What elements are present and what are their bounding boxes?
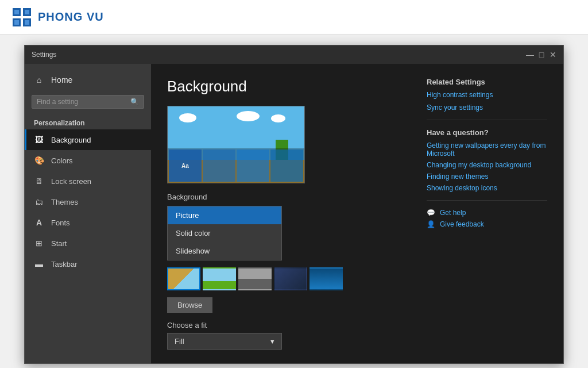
sidebar-item-lock-screen-label: Lock screen [51,177,91,186]
window-content: ⌂ Home 🔍 Personalization 🖼 Background 🎨 … [25,64,563,363]
sidebar-item-home[interactable]: ⌂ Home [25,70,151,90]
minimize-button[interactable]: — [527,51,533,58]
title-bar-controls: — □ ✕ [527,51,556,58]
start-icon: ⊞ [34,239,44,248]
preview-tile-3 [237,150,269,182]
dropdown-option-solid-color[interactable]: Solid color [168,224,281,242]
thumb-5[interactable] [310,267,343,290]
sidebar-item-themes[interactable]: 🗂 Themes [25,191,151,212]
sidebar-item-taskbar[interactable]: ▬ Taskbar [25,254,151,274]
have-a-question-title: Have a question? [427,128,547,137]
preview-cloud-3 [271,114,285,122]
preview-tile-2 [203,150,235,182]
sidebar-item-fonts-label: Fonts [51,218,70,227]
top-bar: PHONG VU [0,0,588,34]
sidebar-section-label: Personalization [25,113,151,129]
thumb-4[interactable] [274,267,307,290]
svg-rect-4 [14,10,19,14]
get-help-item[interactable]: 💬 Get help [427,209,547,217]
svg-rect-5 [25,10,29,14]
sidebar-item-lock-screen[interactable]: 🖥 Lock screen [25,171,151,191]
give-feedback-link[interactable]: Give feedback [440,220,484,228]
home-label: Home [51,75,72,85]
main-left: Background [167,78,409,350]
related-settings-title: Related Settings [427,78,547,86]
dropdown-option-slideshow[interactable]: Slideshow [168,242,281,260]
thumb-2[interactable] [203,267,236,290]
taskbar-icon: ▬ [34,259,44,269]
thumb-1[interactable] [167,267,200,290]
svg-rect-7 [25,20,29,25]
background-icon: 🖼 [34,135,44,144]
sidebar: ⌂ Home 🔍 Personalization 🖼 Background 🎨 … [25,64,151,363]
home-icon: ⌂ [34,75,44,85]
divider-2 [427,200,547,201]
preview-cloud-2 [237,111,260,121]
thumb-3[interactable] [238,267,272,290]
logo-icon [11,7,32,28]
brand-name: PHONG VU [38,10,104,24]
themes-icon: 🗂 [34,197,44,206]
wallpaper-thumbnails [167,267,409,290]
help-link-new-themes[interactable]: Finding new themes [427,172,547,181]
divider-1 [427,120,547,120]
fit-dropdown[interactable]: Fill ▾ [167,333,282,350]
preview-tile-4 [270,150,303,182]
preview-cloud-1 [179,113,196,122]
search-input[interactable] [37,98,130,106]
give-feedback-item[interactable]: 👤 Give feedback [427,220,547,228]
help-link-wallpapers[interactable]: Getting new wallpapers every day from Mi… [427,141,547,158]
related-link-sync[interactable]: Sync your settings [427,103,547,112]
sidebar-item-themes-label: Themes [51,198,78,206]
fit-label: Choose a fit [167,321,409,329]
search-icon: 🔍 [130,98,139,106]
preview-desktop-overlay: Aa [168,148,304,183]
settings-window: Settings — □ ✕ ⌂ Home 🔍 Personalization [24,45,564,364]
give-feedback-icon: 👤 [427,220,435,228]
sidebar-item-start[interactable]: ⊞ Start [25,233,151,254]
get-help-link[interactable]: Get help [440,209,466,217]
help-link-desktop-icons[interactable]: Showing desktop icons [427,184,547,192]
background-dropdown[interactable]: Picture Solid color Slideshow [167,206,282,260]
close-button[interactable]: ✕ [550,51,556,58]
maximize-button[interactable]: □ [538,51,545,58]
page-title: Background [167,78,409,95]
lock-screen-icon: 🖥 [34,177,44,186]
browse-button[interactable]: Browse [167,297,212,313]
main-right: Related Settings High contrast settings … [427,78,547,350]
sidebar-item-colors-label: Colors [51,156,73,165]
related-link-high-contrast[interactable]: High contrast settings [427,91,547,99]
search-box[interactable]: 🔍 [32,95,144,109]
sidebar-item-background-label: Background [51,136,91,144]
window-title: Settings [32,51,56,59]
colors-icon: 🎨 [34,156,44,165]
get-help-icon: 💬 [427,209,435,217]
dropdown-option-picture[interactable]: Picture [168,206,281,224]
sidebar-item-background[interactable]: 🖼 Background [25,129,151,150]
fonts-icon: A [34,218,44,227]
logo-area: PHONG VU [11,7,104,28]
preview-tile-aa: Aa [169,150,202,182]
sidebar-item-fonts[interactable]: A Fonts [25,212,151,233]
help-link-desktop-bg[interactable]: Changing my desktop background [427,161,547,169]
background-preview: Aa [167,106,305,183]
main-content: Background [151,64,563,363]
title-bar: Settings — □ ✕ [25,45,563,64]
fit-dropdown-arrow: ▾ [270,337,274,346]
sidebar-item-colors[interactable]: 🎨 Colors [25,150,151,171]
fit-value: Fill [175,337,184,346]
sidebar-item-taskbar-label: Taskbar [51,260,78,269]
background-section-label: Background [167,193,409,201]
svg-rect-6 [14,20,19,25]
sidebar-item-start-label: Start [51,239,67,248]
